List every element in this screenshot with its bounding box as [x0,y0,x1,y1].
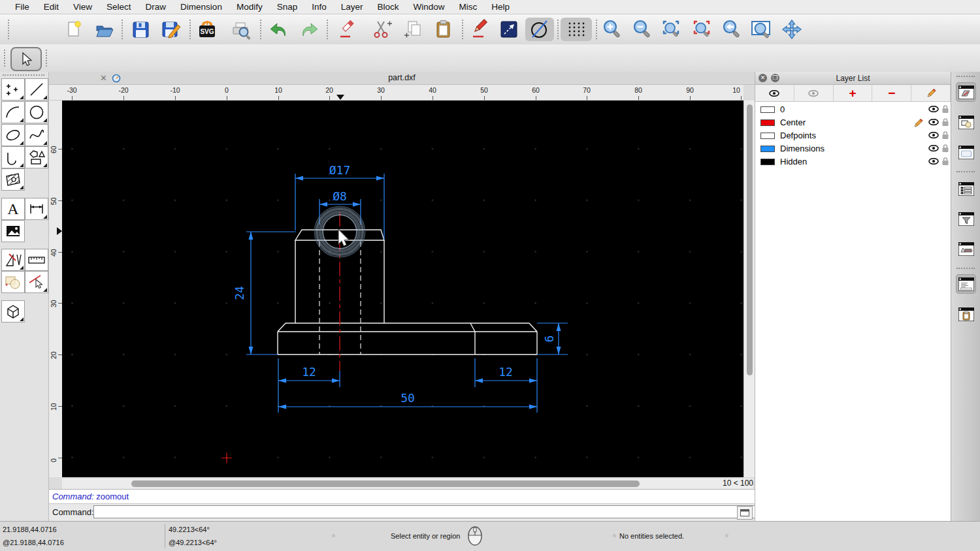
layer-row-hidden[interactable]: Hidden [755,155,951,168]
layer-color-swatch[interactable] [760,133,775,139]
layer-row-dimensions[interactable]: Dimensions [755,142,951,155]
toolbar-handle[interactable] [4,50,7,67]
selection-filter-panel-button[interactable] [956,209,976,228]
dim-outer-diameter[interactable]: Ø17 [329,163,351,177]
print-preview-button[interactable] [230,18,253,41]
layer-visibility-icon[interactable] [928,145,939,151]
menu-file[interactable]: File [8,0,37,14]
ellipse-tool-button[interactable] [1,124,25,146]
dim-overall-width[interactable]: 50 [400,391,415,405]
command-line-panel-button[interactable] [956,274,976,294]
polyline-tool-button[interactable] [1,146,25,168]
menu-edit[interactable]: Edit [37,0,66,14]
menu-view[interactable]: View [66,0,99,14]
horizontal-scrollbar[interactable] [62,479,714,489]
command-options-button[interactable] [737,506,753,520]
menu-snap[interactable]: Snap [270,0,305,14]
text-tool-button[interactable]: A [1,198,25,220]
command-input[interactable] [93,505,788,518]
show-all-layers-button[interactable] [755,85,794,101]
vertical-scrollbar-handle[interactable] [747,104,753,375]
zoom-in-button[interactable] [600,18,624,41]
menu-info[interactable]: Info [304,0,334,14]
zoom-window-button[interactable] [749,18,773,41]
erase-button[interactable] [335,18,358,41]
new-document-button[interactable] [63,18,86,41]
layer-name[interactable]: Center [780,118,806,127]
pan-button[interactable] [780,18,804,41]
layer-name[interactable]: Dimensions [780,144,825,153]
layer-list-panel-button[interactable] [956,82,976,102]
library-browser-panel-button[interactable] [956,142,976,162]
layer-row-defpoints[interactable]: Defpoints [755,129,951,142]
entity-list-panel-button[interactable] [956,179,976,198]
layer-color-swatch[interactable] [760,106,775,113]
modify-shapes-button[interactable] [1,271,25,293]
cad-tools-button[interactable] [1,249,25,271]
redo-button[interactable] [297,18,321,41]
menu-layer[interactable]: Layer [334,0,370,14]
layer-color-swatch[interactable] [760,119,775,126]
layer-color-swatch[interactable] [760,159,775,165]
clipboard-panel-button[interactable] [956,304,976,324]
solid-box-button[interactable] [1,300,25,323]
menu-misc[interactable]: Misc [452,0,485,14]
layer-visibility-icon[interactable] [928,132,939,138]
measure-tool-button[interactable] [25,249,48,271]
line-tool-button[interactable] [25,78,48,101]
previous-view-button[interactable] [720,18,743,41]
shapes-tool-button[interactable] [25,146,48,168]
select-entities-button[interactable] [25,271,48,293]
dim-left-offset[interactable]: 12 [302,365,316,379]
layer-lock-icon[interactable] [941,105,949,114]
hide-all-layers-button[interactable] [794,85,834,101]
layer-visibility-icon[interactable] [928,158,939,165]
undo-button[interactable] [267,18,291,41]
remove-layer-button[interactable]: − [872,85,911,101]
menu-dimension[interactable]: Dimension [173,0,229,14]
dimension-tool-button[interactable] [25,198,48,220]
menu-select[interactable]: Select [99,0,139,14]
layer-color-swatch[interactable] [760,146,775,152]
layer-lock-icon[interactable] [941,131,949,140]
image-tool-button[interactable] [1,220,25,242]
edit-layer-button[interactable] [911,85,951,101]
layer-edit-pencil-icon[interactable] [913,118,923,129]
grid-toggle-button[interactable] [561,18,592,41]
drawing-canvas[interactable]: Ø17 Ø8 24 6 12 12 50 [62,101,743,477]
dim-boss-height[interactable]: 24 [233,286,246,300]
dim-hole-diameter[interactable]: Ø8 [333,189,347,203]
palette-handle[interactable] [3,74,44,76]
layer-row-0[interactable]: 0 [755,103,951,116]
circle-tool-button[interactable] [25,101,48,123]
spline-tool-button[interactable] [25,124,48,146]
layer-visibility-icon[interactable] [928,106,939,112]
points-tool-button[interactable] [1,78,25,101]
auto-zoom-button[interactable] [660,18,683,41]
zoom-out-button[interactable] [630,18,654,41]
toolbar-handle[interactable] [46,50,49,67]
cut-button[interactable] [370,18,393,41]
layer-visibility-icon[interactable] [928,119,939,125]
layer-lock-icon[interactable] [941,118,949,127]
menu-block[interactable]: Block [370,0,406,14]
menu-modify[interactable]: Modify [229,0,270,14]
add-layer-button[interactable]: + [834,85,873,101]
arc-tool-button[interactable] [1,101,25,123]
svg-export-button[interactable]: SVG [195,18,219,41]
menu-draw[interactable]: Draw [139,0,174,14]
zoom-selection-button[interactable] [691,18,714,41]
save-as-button[interactable] [159,18,183,41]
copy-button[interactable] [402,18,425,41]
save-button[interactable] [129,18,152,41]
selection-pointer-button[interactable] [10,47,42,71]
line-arrow-button[interactable] [497,18,521,41]
property-editor-panel-button[interactable] [956,239,976,259]
open-file-button[interactable] [93,18,116,41]
toolbar-handle[interactable] [8,20,10,39]
document-tab-title[interactable]: part.dxf [49,73,755,82]
menu-window[interactable]: Window [406,0,452,14]
horizontal-scrollbar-handle[interactable] [131,480,640,487]
menu-help[interactable]: Help [484,0,517,14]
freehand-pen-button[interactable] [468,18,491,41]
